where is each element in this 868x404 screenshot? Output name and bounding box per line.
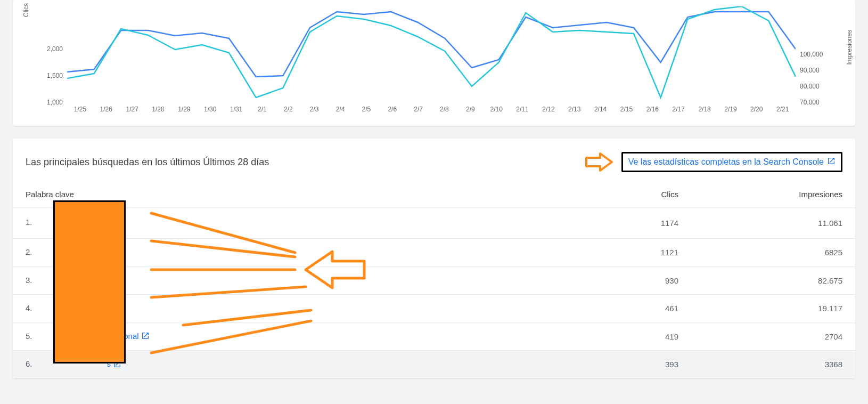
search-console-link-highlight-box: Ve las estadísticas completas en la Sear… — [621, 152, 842, 172]
external-link-icon[interactable] — [141, 332, 150, 342]
search-console-link-text: Ve las estadísticas completas en la Sear… — [628, 157, 824, 167]
clicks-cell: 1174 — [559, 208, 691, 239]
ytick-right: 100,000 — [800, 51, 823, 58]
keyword-cell[interactable]: 4. — [13, 295, 559, 323]
yaxis-right: 100,00090,00080,00070,000 — [796, 6, 832, 102]
keyword-cell[interactable]: 3. — [13, 266, 559, 295]
col-keyword[interactable]: Palabra clave — [13, 185, 559, 208]
xtick: 2/7 — [405, 106, 431, 113]
xtick: 1/30 — [197, 106, 223, 113]
keyword-cell[interactable]: 6.s — [13, 351, 559, 378]
xtick: 2/9 — [457, 106, 484, 113]
xtick: 2/16 — [640, 106, 666, 113]
xtick: 2/18 — [692, 106, 718, 113]
table-row[interactable]: 2. 11216825 — [13, 239, 855, 267]
xtick: 2/2 — [275, 106, 301, 113]
xtick: 2/4 — [327, 106, 354, 113]
top-searches-table: Palabra clave Clics Impresiones 1. 11741… — [13, 185, 855, 378]
keyword-suffix: s — [107, 359, 111, 368]
xtick: 2/20 — [743, 106, 769, 113]
xtick: 2/6 — [379, 106, 405, 113]
xtick: 1/29 — [171, 106, 197, 113]
row-rank: 4. — [26, 303, 32, 312]
top-searches-title: Las principales búsquedas en los últimos… — [26, 157, 269, 168]
xtick: 2/13 — [561, 106, 587, 113]
clicks-cell: 930 — [559, 266, 691, 295]
ytick-left: 1,000 — [47, 99, 63, 106]
xtick: 2/15 — [613, 106, 640, 113]
keyword-cell[interactable]: 1. — [13, 208, 559, 239]
external-link-icon[interactable] — [109, 304, 118, 314]
row-rank: 2. — [26, 247, 32, 256]
row-rank: 3. — [26, 276, 32, 285]
xtick: 2/12 — [535, 106, 561, 113]
table-row[interactable]: 1. 117411.061 — [13, 208, 855, 239]
ytick-left: 1,500 — [47, 72, 63, 79]
xtick: 2/11 — [510, 106, 536, 113]
external-link-icon[interactable] — [113, 360, 121, 370]
xtick: 1/25 — [67, 106, 93, 113]
xtick: 1/28 — [145, 106, 171, 113]
impressions-cell: 3368 — [691, 351, 855, 378]
annotation-right-arrow-icon — [584, 151, 614, 173]
xtick: 2/21 — [769, 106, 796, 113]
external-link-icon — [827, 157, 836, 167]
table-row[interactable]: 6.s 3933368 — [13, 351, 855, 378]
xtick: 2/19 — [717, 106, 743, 113]
table-row[interactable]: 5.ofesional 4192704 — [13, 322, 855, 351]
keyword-suffix: ofesional — [107, 332, 139, 341]
xtick: 2/17 — [666, 106, 692, 113]
yaxis-left-label: Clics — [22, 3, 30, 17]
impressions-cell: 6825 — [691, 239, 855, 267]
xtick: 2/10 — [484, 106, 510, 113]
row-rank: 5. — [26, 332, 32, 341]
col-impressions[interactable]: Impresiones — [691, 185, 855, 208]
xtick: 1/26 — [93, 106, 119, 113]
yaxis-left: 2,0001,5001,000 — [36, 6, 67, 102]
clicks-cell: 419 — [559, 322, 691, 351]
keyword-cell[interactable]: 2. — [13, 239, 559, 267]
ytick-right: 80,000 — [800, 83, 820, 90]
external-link-icon[interactable] — [109, 216, 121, 230]
yaxis-right-label: Impresiones — [846, 30, 853, 64]
clicks-cell: 1121 — [559, 239, 691, 267]
external-link-icon[interactable] — [109, 276, 118, 286]
col-clicks[interactable]: Clics — [559, 185, 691, 208]
row-rank: 6. — [26, 359, 32, 368]
top-searches-card: Las principales búsquedas en los últimos… — [13, 139, 855, 378]
xtick: 2/8 — [431, 106, 457, 113]
xtick: 1/31 — [223, 106, 249, 113]
clicks-cell: 461 — [559, 295, 691, 323]
xtick: 2/5 — [353, 106, 379, 113]
xaxis: 1/251/261/271/281/291/301/312/12/22/32/4… — [67, 106, 796, 113]
chart-card: Clics Impresiones 2,0001,5001,000 100,00… — [13, 0, 855, 126]
search-console-full-stats-link[interactable]: Ve las estadísticas completas en la Sear… — [628, 157, 836, 167]
keyword-cell[interactable]: 5.ofesional — [13, 322, 559, 351]
impressions-cell: 2704 — [691, 322, 855, 351]
ytick-right: 90,000 — [800, 67, 820, 74]
chart-plot-area[interactable] — [67, 6, 796, 102]
impressions-cell: 82.675 — [691, 266, 855, 295]
xtick: 1/27 — [119, 106, 145, 113]
external-link-icon[interactable] — [109, 248, 118, 258]
ytick-left: 2,000 — [47, 46, 63, 52]
clicks-cell: 393 — [559, 351, 691, 378]
row-rank: 1. — [26, 217, 32, 227]
xtick: 2/14 — [587, 106, 613, 113]
xtick: 2/3 — [301, 106, 327, 113]
table-row[interactable]: 4. 46119.117 — [13, 295, 855, 323]
impressions-cell: 19.117 — [691, 295, 855, 323]
xtick: 2/1 — [249, 106, 275, 113]
table-row[interactable]: 3. 93082.675 — [13, 266, 855, 295]
ytick-right: 70,000 — [800, 99, 820, 106]
impressions-cell: 11.061 — [691, 208, 855, 239]
